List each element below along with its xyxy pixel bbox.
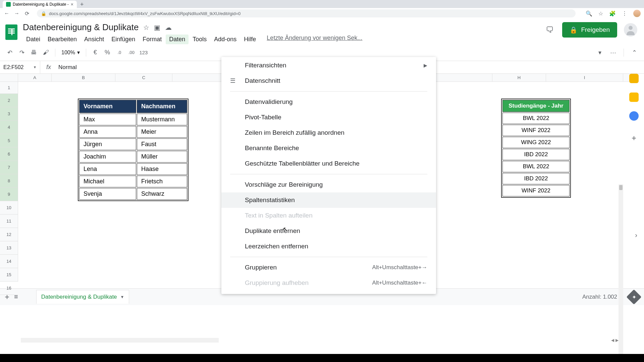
col-header-b[interactable]: B — [52, 74, 115, 81]
row-header[interactable]: 4 — [0, 121, 18, 134]
table-cell[interactable]: IBD 2022 — [502, 173, 570, 184]
currency-icon[interactable]: € — [90, 48, 100, 58]
table-cell[interactable]: Joachim — [79, 151, 136, 163]
tab-close-icon[interactable]: × — [71, 2, 73, 7]
paint-format-icon[interactable]: 🖌 — [41, 48, 51, 58]
table-cell[interactable]: Jürgen — [79, 138, 136, 150]
browser-profile-avatar[interactable] — [633, 10, 641, 17]
format-number-button[interactable]: 123 — [139, 48, 149, 58]
menu-slicer[interactable]: ☰Datenschnitt — [221, 73, 436, 88]
row-header[interactable]: 14 — [0, 255, 18, 268]
row-header[interactable]: 15 — [0, 268, 18, 282]
menu-protected-sheets[interactable]: Geschützte Tabellenblätter und Bereiche — [221, 156, 436, 171]
comments-icon[interactable]: 🗨 — [544, 24, 555, 36]
menu-named-ranges[interactable]: Benannte Bereiche — [221, 140, 436, 156]
menu-help[interactable]: Hilfe — [240, 35, 259, 44]
table-cell[interactable]: IBD 2022 — [502, 149, 570, 160]
table-cell[interactable]: Haase — [137, 163, 187, 175]
table-cell[interactable]: WING 2022 — [502, 137, 570, 148]
row-header[interactable]: 3 — [0, 107, 18, 121]
reload-icon[interactable]: ⟳ — [23, 10, 30, 17]
zoom-select[interactable]: 100% ▾ — [59, 49, 82, 56]
forward-icon[interactable]: → — [13, 10, 20, 16]
keep-icon[interactable] — [629, 93, 639, 102]
menu-data-validation[interactable]: Datenvalidierung — [221, 94, 436, 110]
scroll-right-icon[interactable]: ▶ — [615, 338, 619, 343]
table-cell[interactable]: Anna — [79, 126, 136, 138]
decrease-decimal-icon[interactable]: .0 — [114, 48, 124, 58]
extensions-icon[interactable]: 🧩 — [609, 10, 616, 17]
row-header[interactable]: 8 — [0, 174, 18, 188]
redo-icon[interactable]: ↷ — [17, 48, 27, 58]
menu-addons[interactable]: Add-ons — [211, 35, 240, 44]
menu-filter-views[interactable]: Filteransichten▶ — [221, 58, 436, 73]
row-header[interactable]: 16 — [0, 282, 18, 295]
row-header[interactable]: 11 — [0, 215, 18, 228]
star-icon[interactable]: ☆ — [598, 10, 603, 17]
table-cell[interactable]: BWL 2022 — [502, 161, 570, 172]
count-info[interactable]: Anzahl: 1.002 — [582, 294, 617, 300]
undo-icon[interactable]: ↶ — [5, 48, 15, 58]
row-header[interactable]: 6 — [0, 147, 18, 161]
table-cell[interactable]: Frietsch — [137, 176, 187, 187]
row-header[interactable]: 2 — [0, 94, 18, 107]
table-cell[interactable]: Michael — [79, 176, 136, 187]
percent-icon[interactable]: % — [102, 48, 112, 58]
menu-data[interactable]: Daten — [166, 35, 189, 44]
menu-cleanup-suggestions[interactable]: Vorschläge zur Bereinigung — [221, 177, 436, 192]
share-button[interactable]: 🔒 Freigeben — [562, 22, 617, 38]
user-avatar[interactable] — [624, 23, 637, 37]
calendar-icon[interactable] — [629, 74, 639, 83]
menu-tools[interactable]: Tools — [189, 35, 210, 44]
collapse-toolbar-icon[interactable]: ⌃ — [629, 48, 639, 58]
address-bar[interactable]: 🔒 docs.google.com/spreadsheets/d/1Jevzbk… — [37, 9, 576, 17]
more-tools-icon[interactable]: ⋯ — [608, 48, 618, 58]
menu-group[interactable]: GruppierenAlt+Umschalttaste+→ — [221, 260, 436, 275]
scroll-left-icon[interactable]: ◀ — [611, 338, 614, 343]
explore-button[interactable]: ✦ — [626, 289, 641, 304]
side-panel-expand-icon[interactable]: › — [635, 231, 637, 239]
menu-trim-whitespace[interactable]: Leerzeichen entfernen — [221, 239, 436, 254]
menu-insert[interactable]: Einfügen — [108, 35, 139, 44]
row-header[interactable]: 12 — [0, 228, 18, 241]
row-header[interactable]: 9 — [0, 188, 18, 201]
table-cell[interactable]: Meier — [137, 126, 187, 138]
col-header-a[interactable]: A — [18, 74, 52, 81]
table-cell[interactable]: Müller — [137, 151, 187, 163]
star-doc-icon[interactable]: ☆ — [143, 23, 149, 32]
back-icon[interactable]: ← — [3, 10, 10, 16]
new-tab-button[interactable]: + — [77, 1, 87, 8]
menu-column-stats[interactable]: Spaltenstatistiken — [221, 192, 436, 208]
move-folder-icon[interactable]: ▣ — [154, 23, 160, 32]
col-header-i[interactable]: I — [546, 74, 623, 81]
row-header[interactable]: 7 — [0, 161, 18, 174]
table-cell[interactable]: Schwarz — [137, 188, 187, 200]
menu-remove-duplicates[interactable]: Duplikate entfernen — [221, 223, 436, 239]
row-header[interactable]: 13 — [0, 241, 18, 255]
table-cell[interactable]: WINF 2022 — [502, 185, 570, 196]
browser-tab[interactable]: Datenbereinigung & Duplikate - × — [3, 1, 77, 8]
table-cell[interactable]: Max — [79, 114, 136, 125]
col-header-c[interactable]: C — [115, 74, 172, 81]
menu-view[interactable]: Ansicht — [81, 35, 107, 44]
increase-decimal-icon[interactable]: .00 — [126, 48, 137, 58]
select-all-corner[interactable] — [0, 74, 18, 82]
table-cell[interactable]: WINF 2022 — [502, 125, 570, 136]
sheets-logo-icon[interactable] — [3, 22, 19, 42]
row-header[interactable]: 5 — [0, 134, 18, 147]
menu-format[interactable]: Format — [139, 35, 165, 44]
cloud-status-icon[interactable]: ☁ — [165, 23, 172, 32]
row-header[interactable]: 1 — [0, 82, 18, 94]
addons-plus-icon[interactable]: + — [632, 133, 636, 143]
sheet-tab[interactable]: Datenbereinigung & Duplikate ▼ — [36, 290, 129, 304]
row-header[interactable]: 10 — [0, 201, 18, 215]
chevron-down-icon[interactable]: ▼ — [120, 295, 124, 299]
menu-pivot-table[interactable]: Pivot-Tabelle — [221, 110, 436, 125]
menu-edit[interactable]: Bearbeiten — [44, 35, 80, 44]
print-icon[interactable]: 🖶 — [29, 48, 39, 58]
table-cell[interactable]: Svenja — [79, 188, 136, 200]
table-cell[interactable]: Faust — [137, 138, 187, 150]
menu-randomize-rows[interactable]: Zeilen im Bereich zufällig anordnen — [221, 125, 436, 140]
tasks-icon[interactable] — [629, 111, 639, 121]
document-title[interactable]: Datenbereinigung & Duplikate — [23, 22, 139, 33]
